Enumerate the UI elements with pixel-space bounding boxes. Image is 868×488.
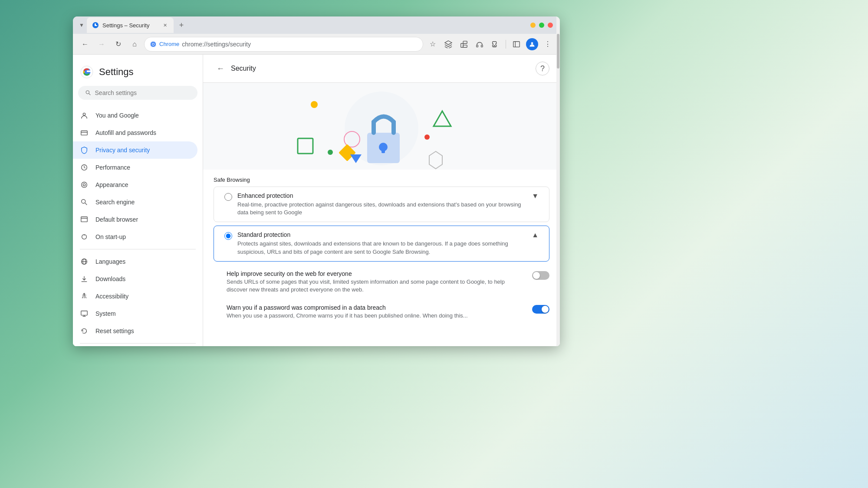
- sidebar-item-autofill[interactable]: Autofill and passwords: [73, 124, 197, 141]
- layers-icon[interactable]: [441, 37, 455, 51]
- performance-icon: [80, 163, 89, 172]
- warn-password-toggle-row: Warn you if a password was compromised i…: [203, 299, 560, 325]
- sidebar-item-reset[interactable]: Reset settings: [73, 322, 197, 340]
- settings-header: Settings: [73, 62, 203, 86]
- address-bar[interactable]: Chrome chrome://settings/security: [144, 37, 423, 52]
- enhanced-radio-input[interactable]: [224, 193, 232, 201]
- search-wrapper[interactable]: [78, 86, 197, 100]
- svg-rect-6: [463, 45, 467, 47]
- warn-password-toggle[interactable]: [532, 305, 549, 314]
- url-text: chrome://settings/security: [182, 41, 251, 48]
- sidebar-item-default-browser[interactable]: Default browser: [73, 211, 197, 228]
- shield-icon: [80, 146, 89, 154]
- sidebar-item-appearance[interactable]: Appearance: [73, 176, 197, 193]
- search-bar: [73, 86, 203, 107]
- minimize-button[interactable]: [530, 23, 536, 28]
- svg-rect-23: [81, 217, 87, 222]
- google-logo: [80, 65, 94, 79]
- sidebar-item-downloads[interactable]: Downloads: [73, 270, 197, 288]
- forward-button[interactable]: →: [95, 37, 108, 51]
- active-tab[interactable]: Settings – Security ✕: [87, 17, 174, 33]
- svg-rect-7: [477, 45, 478, 47]
- maximize-button[interactable]: [539, 23, 544, 28]
- enhanced-expand-icon[interactable]: ▼: [532, 192, 539, 200]
- settings-main: ← Security ?: [203, 55, 560, 346]
- sidebar-item-you-google[interactable]: You and Google: [73, 107, 197, 124]
- puzzle-icon[interactable]: [488, 37, 502, 51]
- help-improve-toggle[interactable]: [532, 271, 549, 280]
- profile-icon[interactable]: [525, 37, 539, 51]
- close-button[interactable]: [548, 23, 553, 28]
- search-input[interactable]: [95, 89, 191, 96]
- sidebar-label-accessibility: Accessibility: [95, 293, 128, 300]
- security-content: ← Security ?: [203, 55, 560, 325]
- standard-label: Standard protection: [237, 231, 526, 238]
- svg-point-32: [84, 293, 85, 295]
- enhanced-protection-option[interactable]: Enhanced protection Real-time, proactive…: [214, 187, 549, 222]
- title-bar: ▼ Settings – Security ✕ +: [73, 16, 560, 34]
- refresh-button[interactable]: ↻: [111, 37, 125, 51]
- svg-point-15: [83, 113, 85, 115]
- sidebar-item-accessibility[interactable]: Accessibility: [73, 288, 197, 305]
- tab-title: Settings – Security: [102, 22, 158, 29]
- security-back-button[interactable]: ←: [214, 62, 227, 75]
- settings-sidebar: Settings You and Google: [73, 55, 203, 346]
- sidebar-item-search[interactable]: Search engine: [73, 193, 197, 211]
- nav-separator-2: [80, 343, 196, 344]
- sidebar-label-languages: Languages: [95, 258, 125, 265]
- sidebar-item-languages[interactable]: Languages: [73, 253, 197, 270]
- tab-close-button[interactable]: ✕: [161, 22, 168, 29]
- home-button[interactable]: ⌂: [128, 37, 141, 51]
- sidebar-item-system[interactable]: System: [73, 305, 197, 322]
- warn-password-desc: When you use a password, Chrome warns yo…: [227, 312, 527, 320]
- nav-bar: ← → ↻ ⌂ Chrome chrome://settings/securit…: [73, 34, 560, 55]
- sidebar-label-performance: Performance: [95, 164, 130, 171]
- svg-point-13: [86, 91, 89, 94]
- help-improve-text: Help improve security on the web for eve…: [227, 270, 527, 294]
- sidebar-label-system: System: [95, 310, 116, 317]
- standard-protection-option[interactable]: Standard protection Protects against sit…: [214, 226, 549, 261]
- globe-icon: [80, 257, 89, 266]
- accessibility-icon: [80, 292, 89, 301]
- sidebar-icon[interactable]: [510, 37, 523, 51]
- enhanced-label-group: Enhanced protection Real-time, proactive…: [237, 192, 526, 216]
- browser-icon: [80, 215, 89, 224]
- search-icon: [85, 89, 92, 96]
- headphones-icon[interactable]: [473, 37, 487, 51]
- standard-radio-input[interactable]: [224, 232, 232, 240]
- tab-bar: Settings – Security ✕ +: [87, 17, 530, 33]
- standard-expand-icon[interactable]: ▲: [532, 231, 539, 239]
- security-header: ← Security ?: [203, 55, 560, 83]
- sidebar-label-reset: Reset settings: [95, 328, 134, 334]
- download-icon: [80, 275, 89, 283]
- toolbar-divider: [506, 40, 506, 49]
- svg-point-19: [82, 182, 87, 188]
- extensions-icon[interactable]: [457, 37, 471, 51]
- back-button[interactable]: ←: [78, 37, 92, 51]
- sidebar-label-search: Search engine: [95, 199, 135, 206]
- svg-point-11: [531, 42, 533, 44]
- toolbar-icons: ☆ ⋮: [426, 37, 555, 51]
- tab-dropdown[interactable]: ▼: [76, 20, 87, 30]
- browser-window: ▼ Settings – Security ✕ + ← → ↻: [73, 16, 560, 346]
- chrome-favicon: [150, 41, 157, 48]
- help-icon[interactable]: ?: [536, 62, 549, 75]
- new-tab-button[interactable]: +: [175, 19, 187, 31]
- help-improve-desc: Sends URLs of some pages that you visit,…: [227, 278, 527, 294]
- sidebar-item-performance[interactable]: Performance: [73, 159, 197, 176]
- sidebar-item-startup[interactable]: On start-up: [73, 228, 197, 246]
- scrollbar[interactable]: [556, 16, 560, 346]
- profile-avatar: [526, 38, 538, 50]
- more-menu-icon[interactable]: ⋮: [541, 37, 555, 51]
- security-illustration: [256, 83, 507, 170]
- svg-marker-51: [429, 151, 442, 169]
- warn-password-label: Warn you if a password was compromised i…: [227, 304, 527, 311]
- svg-line-22: [85, 203, 87, 205]
- autofill-icon: [80, 128, 89, 137]
- svg-rect-4: [461, 43, 463, 47]
- bookmark-icon[interactable]: ☆: [426, 37, 440, 51]
- enhanced-desc: Real-time, proactive protection against …: [237, 201, 526, 216]
- sidebar-item-privacy[interactable]: Privacy and security: [73, 141, 197, 159]
- svg-rect-5: [463, 41, 467, 43]
- settings-title: Settings: [99, 66, 134, 78]
